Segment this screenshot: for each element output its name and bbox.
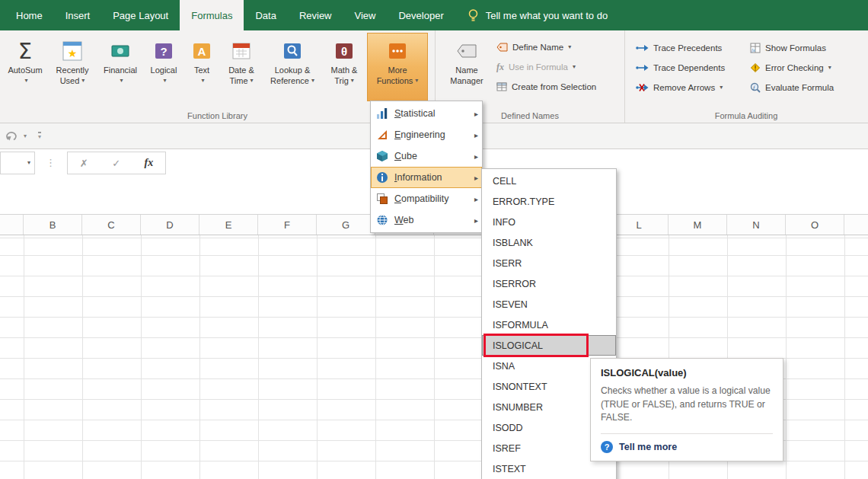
show-formulas-button[interactable]: fx Show Formulas <box>745 38 860 58</box>
chevron-down-icon: ▾ <box>573 63 576 71</box>
submenu-item-iserr[interactable]: ISERR <box>482 253 616 273</box>
button-label2: Time▾ <box>229 75 253 86</box>
create-from-selection-button[interactable]: Create from Selection <box>492 77 601 97</box>
formula-controls: ✗ ✓ fx <box>67 152 166 174</box>
button-label2: ▾ <box>199 75 204 85</box>
tab-label: Formulas <box>191 10 232 21</box>
tab-page-layout[interactable]: Page Layout <box>101 0 180 30</box>
tooltip-divider <box>601 433 773 434</box>
submenu-item-label: ISBLANK <box>493 238 533 248</box>
column-header[interactable]: G <box>317 215 375 235</box>
menu-item-engineering[interactable]: Engineering ▸ <box>371 124 482 145</box>
chevron-down-icon: ▾ <box>311 77 314 85</box>
lookup-reference-button[interactable]: Lookup & Reference▾ <box>263 33 321 101</box>
submenu-item-error-type[interactable]: ERROR.TYPE <box>482 191 616 212</box>
submenu-item-info[interactable]: INFO <box>482 212 616 232</box>
redo-icon[interactable] <box>6 131 18 141</box>
chevron-down-icon: ▾ <box>201 77 204 85</box>
column-header[interactable]: O <box>786 215 844 235</box>
column-header[interactable]: F <box>258 215 317 235</box>
column-header[interactable]: M <box>669 215 727 235</box>
submenu-item-iserror[interactable]: ISERROR <box>482 273 616 294</box>
submenu-item-cell[interactable]: CELL <box>482 171 616 191</box>
logical-button[interactable]: ? Logical ▾ <box>143 33 184 101</box>
name-box[interactable]: ▾ <box>0 152 35 174</box>
name-manager-button[interactable]: Name Manager <box>442 33 492 101</box>
use-in-formula-button[interactable]: fx Use in Formula ▾ <box>492 57 601 77</box>
menu-item-cube[interactable]: Cube ▸ <box>371 145 482 167</box>
button-label-line2: Reference <box>270 75 309 86</box>
define-name-button[interactable]: Define Name ▾ <box>492 37 601 57</box>
tab-label: Review <box>299 10 332 21</box>
button-label: Financial <box>104 65 137 75</box>
submenu-item-isformula[interactable]: ISFORMULA <box>482 315 616 335</box>
tab-data[interactable]: Data <box>244 0 287 30</box>
tooltip-description: Checks whether a value is a logical valu… <box>601 385 773 425</box>
svg-text:θ: θ <box>341 45 347 58</box>
tab-formulas[interactable]: Formulas <box>180 0 244 30</box>
submenu-item-iseven[interactable]: ISEVEN <box>482 294 616 315</box>
chevron-down-icon[interactable]: ▾ <box>24 133 27 140</box>
submenu-item-label: CELL <box>493 176 516 187</box>
submenu-item-label: ISERROR <box>493 279 536 289</box>
customize-toolbar-icon[interactable]: ▾ <box>38 132 41 140</box>
submenu-item-islogical[interactable]: ISLOGICAL <box>482 335 616 356</box>
math-trig-button[interactable]: θ Math & Trig▾ <box>321 33 367 101</box>
command-label: Show Formulas <box>765 43 826 53</box>
button-label: Logical <box>151 65 177 75</box>
column-header[interactable]: L <box>610 215 669 235</box>
tell-me-more-link[interactable]: ? Tell me more <box>601 441 773 453</box>
menu-item-web[interactable]: Web ▸ <box>371 209 482 231</box>
trace-precedents-button[interactable]: Trace Precedents <box>631 38 745 58</box>
tab-view[interactable]: View <box>343 0 388 30</box>
button-label-line2: Functions <box>377 75 413 86</box>
date-time-button[interactable]: Date & Time▾ <box>219 33 263 101</box>
menu-item-statistical[interactable]: Statistical ▸ <box>371 103 482 124</box>
formula-auditing-group: Trace Precedents Trace Dependents Remove… <box>625 30 867 123</box>
financial-button[interactable]: Financial ▾ <box>97 33 143 101</box>
submenu-item-isblank[interactable]: ISBLANK <box>482 232 616 253</box>
column-header-partial[interactable] <box>0 215 24 235</box>
column-header-partial[interactable] <box>844 215 868 235</box>
column-header[interactable]: E <box>199 215 258 235</box>
text-button[interactable]: A Text ▾ <box>184 33 219 101</box>
tell-me-box[interactable]: Tell me what you want to do <box>468 0 608 30</box>
menu-item-label: Information <box>394 172 468 183</box>
drag-handle-icon[interactable]: ⋮ <box>46 157 56 168</box>
command-label: Create from Selection <box>512 82 596 91</box>
tab-review[interactable]: Review <box>288 0 343 30</box>
defined-names-commands: Define Name ▾ fx Use in Formula ▾ Create… <box>492 37 601 97</box>
insert-function-button[interactable]: fx <box>145 157 154 169</box>
recently-used-button[interactable]: ★ Recently Used▾ <box>47 33 97 101</box>
selection-grid-icon <box>496 82 507 91</box>
remove-arrows-button[interactable]: Remove Arrows ▾ <box>631 78 745 97</box>
column-header[interactable]: D <box>141 215 199 235</box>
button-label: Date & <box>228 65 254 75</box>
function-tooltip: ISLOGICAL(value) Checks whether a value … <box>590 358 783 461</box>
button-label2: Used▾ <box>60 75 85 86</box>
recently-used-icon: ★ <box>62 37 82 65</box>
menu-item-information[interactable]: Information ▸ <box>371 167 482 188</box>
command-label: Use in Formula <box>509 62 568 72</box>
chevron-down-icon: ▾ <box>828 64 831 72</box>
tab-insert[interactable]: Insert <box>54 0 102 30</box>
menu-item-compatibility[interactable]: Compatibility ▸ <box>371 188 482 209</box>
formula-auditing-col2: fx Show Formulas Error Checking ▾ f Eval… <box>745 38 860 97</box>
enter-icon[interactable]: ✓ <box>112 158 120 169</box>
error-checking-button[interactable]: Error Checking ▾ <box>745 58 860 78</box>
tab-developer[interactable]: Developer <box>387 0 455 30</box>
column-header[interactable]: C <box>82 215 141 235</box>
cancel-icon[interactable]: ✗ <box>80 158 88 169</box>
tab-home[interactable]: Home <box>5 0 54 30</box>
column-header[interactable]: N <box>727 215 786 235</box>
autosum-button[interactable]: Σ AutoSum ▾ <box>3 33 47 101</box>
button-label: Text <box>194 65 209 75</box>
trace-dependents-button[interactable]: Trace Dependents <box>631 58 745 78</box>
button-label: Name <box>455 65 477 75</box>
button-label: AutoSum <box>8 65 42 75</box>
more-functions-button[interactable]: More Functions▾ <box>367 33 428 101</box>
column-header[interactable]: B <box>24 215 82 235</box>
evaluate-formula-button[interactable]: f Evaluate Formula <box>745 78 860 97</box>
tab-label: Page Layout <box>113 10 168 21</box>
trace-dependents-icon <box>636 64 649 72</box>
